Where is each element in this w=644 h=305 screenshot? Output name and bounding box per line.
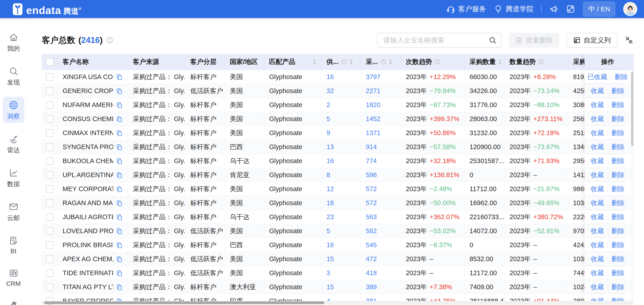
academy-link[interactable]: 腾道学院 [494, 4, 534, 14]
purchases-count-link[interactable]: 563 [366, 213, 377, 221]
company-search-box[interactable] [377, 33, 502, 48]
customer-name[interactable]: JUBAILI AGROTEC LI [62, 213, 113, 221]
tendata-logo[interactable]: endata 腾道® [12, 2, 81, 16]
suppliers-count-link[interactable]: 5 [326, 227, 330, 235]
row-checkbox[interactable] [46, 227, 54, 235]
copy-icon[interactable] [116, 172, 123, 178]
row-checkbox[interactable] [46, 101, 54, 109]
horizontal-scrollbar[interactable] [42, 301, 634, 304]
suppliers-count-link[interactable]: 12 [326, 185, 334, 193]
sort-control[interactable] [389, 59, 392, 65]
row-checkbox[interactable] [46, 171, 54, 179]
favorite-link[interactable]: 收藏 [591, 184, 604, 194]
info-icon[interactable] [106, 36, 114, 44]
copy-icon[interactable] [116, 242, 123, 248]
search-input[interactable] [384, 36, 488, 44]
favorite-link[interactable]: 收藏 [591, 198, 604, 208]
delete-link[interactable]: 删除 [612, 156, 624, 166]
purchases-count-link[interactable]: 572 [366, 199, 377, 207]
delete-link[interactable]: 删除 [612, 240, 624, 250]
row-checkbox[interactable] [46, 87, 54, 95]
customer-name[interactable]: TIDE INTERNATIONA [62, 269, 113, 277]
delete-link[interactable]: 删除 [612, 114, 624, 124]
row-checkbox[interactable] [46, 199, 54, 207]
row-checkbox[interactable] [46, 73, 54, 81]
customer-service-link[interactable]: 客户服务 [446, 4, 486, 14]
delete-link[interactable]: 删除 [612, 128, 624, 138]
customer-name[interactable]: CINMAX INTERNATIO [62, 129, 113, 137]
suppliers-count-link[interactable]: 9 [326, 129, 330, 137]
sort-control[interactable] [498, 59, 502, 65]
announcement-icon[interactable] [549, 4, 558, 14]
delete-link[interactable]: 删除 [612, 226, 624, 236]
delete-link[interactable]: 删除 [612, 142, 624, 152]
customer-name[interactable]: XINGFA USA CORPO [62, 73, 113, 81]
purchases-count-link[interactable]: 572 [366, 185, 377, 193]
suppliers-count-link[interactable]: 3 [326, 269, 330, 277]
customer-name[interactable]: BUKOOLA CHEMICA [62, 157, 113, 165]
customer-name[interactable]: LOVELAND PRODUC [62, 227, 113, 235]
copy-icon[interactable] [116, 130, 123, 136]
sidebar-item-radar[interactable]: 雷达 [3, 130, 24, 157]
sidebar-item-insight[interactable]: 洞察 [3, 97, 24, 123]
row-checkbox[interactable] [46, 115, 54, 123]
customize-columns-button[interactable]: 自定义列 [566, 33, 618, 48]
customer-name[interactable]: PROLINK BRASIL AG [62, 241, 113, 249]
search-icon[interactable] [488, 36, 497, 44]
sidebar-item-apps[interactable]: 应用 [3, 297, 24, 305]
customer-name[interactable]: CONSUS CHEMICAL [62, 115, 113, 123]
customer-name[interactable]: RAGAN AND MASSE [62, 199, 113, 207]
purchases-count-link[interactable]: 1452 [366, 115, 380, 123]
fullscreen-icon[interactable] [566, 4, 575, 14]
sidebar-item-data[interactable]: 数据 [3, 164, 24, 191]
delete-link[interactable]: 删除 [612, 198, 624, 208]
row-checkbox[interactable] [46, 157, 54, 165]
batch-delete-button[interactable]: 批量删除 [509, 33, 559, 48]
copy-icon[interactable] [116, 200, 123, 206]
copy-icon[interactable] [116, 116, 123, 122]
favorite-link[interactable]: 收藏 [591, 86, 604, 96]
favorite-link[interactable]: 收藏 [591, 240, 604, 250]
customer-name[interactable]: GENERIC CROP SCI [62, 87, 113, 95]
purchases-count-link[interactable]: 1820 [366, 101, 380, 109]
row-checkbox[interactable] [46, 255, 54, 263]
row-checkbox[interactable] [46, 269, 54, 277]
delete-link[interactable]: 删除 [612, 269, 624, 278]
suppliers-count-link[interactable]: 16 [326, 157, 334, 165]
customer-name[interactable]: NUFARM AMERICAS, [62, 101, 113, 109]
copy-icon[interactable] [116, 228, 123, 234]
copy-icon[interactable] [116, 284, 123, 290]
suppliers-count-link[interactable]: 16 [326, 241, 334, 249]
purchases-count-link[interactable]: 545 [366, 241, 377, 249]
copy-icon[interactable] [116, 214, 123, 220]
horizontal-scrollbar-thumb[interactable] [44, 302, 324, 304]
suppliers-count-link[interactable]: 18 [326, 199, 334, 207]
purchases-count-link[interactable]: 1371 [366, 129, 380, 137]
suppliers-count-link[interactable]: 13 [326, 143, 334, 151]
copy-icon[interactable] [116, 144, 123, 150]
delete-link[interactable]: 删除 [612, 254, 624, 264]
delete-link[interactable]: 删除 [612, 212, 624, 222]
favorite-link[interactable]: 收藏 [591, 128, 604, 138]
customer-name[interactable]: TITAN AG PTY LTD [62, 283, 113, 291]
favorite-link[interactable]: 收藏 [591, 212, 604, 222]
delete-link[interactable]: 删除 [612, 86, 624, 96]
info-icon[interactable] [538, 59, 544, 65]
delete-link[interactable]: 删除 [612, 100, 624, 110]
copy-icon[interactable] [116, 88, 123, 94]
purchases-count-link[interactable]: 389 [366, 283, 377, 291]
favorite-link[interactable]: 已收藏 [588, 72, 607, 82]
sidebar-item-discover[interactable]: 发现 [3, 63, 24, 89]
copy-icon[interactable] [116, 158, 123, 164]
select-all-checkbox[interactable] [46, 58, 54, 66]
copy-icon[interactable] [116, 102, 123, 108]
info-icon[interactable] [380, 59, 386, 65]
customer-name[interactable]: MEY CORPORATION [62, 185, 113, 193]
purchases-count-link[interactable]: 774 [366, 157, 377, 165]
vertical-scrollbar-thumb[interactable] [631, 72, 634, 146]
delete-link[interactable]: 删除 [612, 184, 624, 194]
suppliers-count-link[interactable]: 16 [326, 73, 334, 81]
favorite-link[interactable]: 收藏 [591, 254, 604, 264]
suppliers-count-link[interactable]: 15 [326, 255, 334, 263]
delete-link[interactable]: 删除 [612, 283, 624, 292]
